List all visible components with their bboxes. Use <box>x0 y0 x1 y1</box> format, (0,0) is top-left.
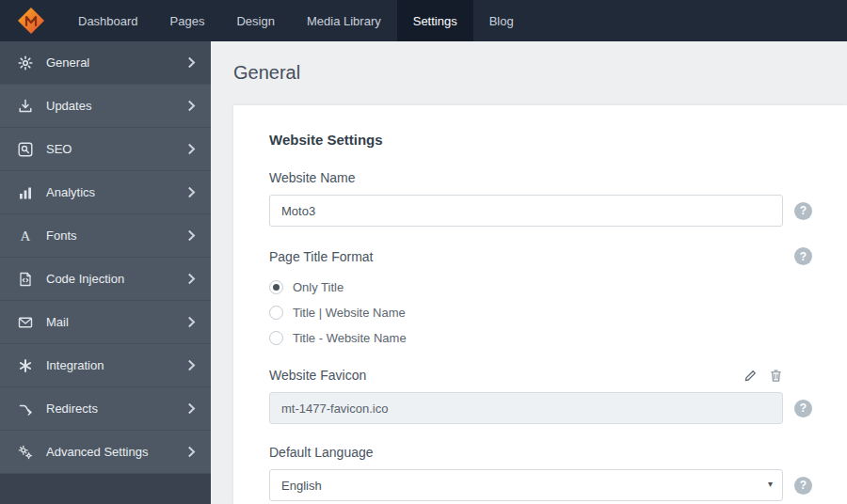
chevron-right-icon <box>187 273 196 285</box>
nav-item-dashboard[interactable]: Dashboard <box>62 0 154 41</box>
default-language-select[interactable]: English <box>269 469 783 501</box>
sidebar-item-updates[interactable]: Updates <box>0 85 211 128</box>
settings-sidebar: General Updates <box>0 41 211 504</box>
app-logo[interactable] <box>0 0 62 41</box>
sidebar-item-label: Redirects <box>46 402 98 416</box>
bar-chart-icon <box>17 184 34 201</box>
sidebar-item-label: Code Injection <box>46 272 124 286</box>
top-navigation-bar: Dashboard Pages Design Media Library Set… <box>0 0 847 41</box>
nav-item-pages[interactable]: Pages <box>154 0 221 41</box>
search-icon <box>17 141 34 158</box>
radio-option-label: Only Title <box>293 280 344 294</box>
chevron-right-icon <box>187 229 196 242</box>
asterisk-icon <box>17 357 34 374</box>
radio-button-icon <box>269 306 283 320</box>
chevron-right-icon <box>187 143 196 155</box>
envelope-icon <box>17 314 34 331</box>
nav-item-settings[interactable]: Settings <box>397 0 473 41</box>
nav-item-blog[interactable]: Blog <box>473 0 530 41</box>
page-title: General <box>233 62 847 84</box>
settings-app-window: Dashboard Pages Design Media Library Set… <box>0 0 847 504</box>
website-name-label: Website Name <box>269 170 356 185</box>
chevron-right-icon <box>187 316 196 328</box>
edit-favicon-button[interactable] <box>743 369 758 383</box>
general-settings-panel: Website Settings Website Name ? Page Tit… <box>233 105 847 504</box>
radio-option-only-title[interactable]: Only Title <box>269 275 847 300</box>
logo-diamond-icon <box>16 6 46 36</box>
sidebar-item-label: Updates <box>46 99 91 113</box>
radio-option-label: Title | Website Name <box>293 306 406 320</box>
chevron-right-icon <box>187 56 196 69</box>
radio-option-title-pipe-website-name[interactable]: Title | Website Name <box>269 300 847 325</box>
sidebar-item-label: Analytics <box>46 185 95 199</box>
help-icon[interactable]: ? <box>794 247 812 265</box>
sidebar-item-label: Integration <box>46 358 104 372</box>
sidebar-item-mail[interactable]: Mail <box>0 301 211 344</box>
top-nav-items: Dashboard Pages Design Media Library Set… <box>62 0 530 41</box>
main-content-area: General Website Settings Website Name ? … <box>211 41 847 504</box>
chevron-right-icon <box>187 100 196 112</box>
sidebar-item-seo[interactable]: SEO <box>0 128 211 171</box>
code-file-icon <box>17 271 34 288</box>
redirect-icon <box>17 401 34 417</box>
radio-button-icon <box>269 280 283 294</box>
section-title: Website Settings <box>269 132 847 148</box>
sidebar-item-label: Advanced Settings <box>46 445 148 459</box>
sidebar-item-integration[interactable]: Integration <box>0 344 211 387</box>
page-title-format-label: Page Title Format <box>269 249 794 264</box>
help-icon[interactable]: ? <box>794 400 812 417</box>
chevron-right-icon <box>187 446 196 458</box>
nav-item-media-library[interactable]: Media Library <box>291 0 397 41</box>
sidebar-item-label: Mail <box>46 315 69 329</box>
download-icon <box>17 98 34 115</box>
sidebar-item-label: SEO <box>46 142 72 156</box>
svg-text:A: A <box>21 228 31 244</box>
pencil-icon <box>743 369 758 383</box>
page-title-format-radio-group: Only Title Title | Website Name Title - … <box>269 275 847 351</box>
trash-icon <box>769 369 783 383</box>
sidebar-item-redirects[interactable]: Redirects <box>0 387 211 431</box>
sidebar-item-code-injection[interactable]: Code Injection <box>0 258 211 301</box>
sidebar-item-label: Fonts <box>46 228 77 243</box>
help-icon[interactable]: ? <box>794 477 812 495</box>
radio-option-label: Title - Website Name <box>293 331 407 345</box>
chevron-right-icon <box>187 359 196 371</box>
gears-icon <box>17 444 34 461</box>
help-icon[interactable]: ? <box>794 202 812 220</box>
chevron-right-icon <box>187 186 196 198</box>
sidebar-item-label: General <box>46 55 89 70</box>
radio-option-title-dash-website-name[interactable]: Title - Website Name <box>269 325 847 351</box>
website-favicon-label: Website Favicon <box>269 368 366 383</box>
default-language-label: Default Language <box>269 445 374 460</box>
nav-item-design[interactable]: Design <box>220 0 290 41</box>
gear-icon <box>17 55 34 71</box>
font-icon: A <box>17 228 34 244</box>
sidebar-item-advanced-settings[interactable]: Advanced Settings <box>0 431 211 474</box>
radio-button-icon <box>269 331 283 345</box>
sidebar-item-general[interactable]: General <box>0 41 211 85</box>
delete-favicon-button[interactable] <box>769 369 783 383</box>
website-favicon-input[interactable] <box>269 392 783 424</box>
sidebar-item-fonts[interactable]: A Fonts <box>0 214 211 258</box>
website-name-input[interactable] <box>269 195 783 227</box>
chevron-right-icon <box>187 402 196 415</box>
sidebar-item-analytics[interactable]: Analytics <box>0 171 211 214</box>
